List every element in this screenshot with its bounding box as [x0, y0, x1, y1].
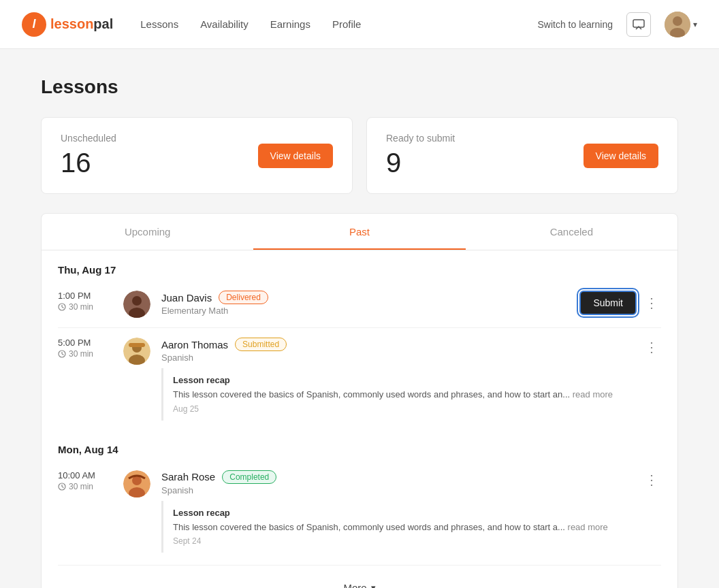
svg-line-12 — [62, 354, 64, 355]
lesson-avatar — [123, 291, 150, 318]
date-header-thu-aug-17: Thu, Aug 17 — [58, 250, 661, 284]
unscheduled-number: 16 — [61, 148, 116, 178]
recap-date: Aug 25 — [173, 404, 622, 414]
separator — [58, 565, 661, 566]
unscheduled-view-details-button[interactable]: View details — [258, 144, 333, 168]
lesson-time: 5:00 PM 30 min — [58, 338, 112, 359]
lesson-actions: ⋮ — [642, 470, 661, 489]
tab-canceled[interactable]: Canceled — [466, 214, 677, 250]
date-header-mon-aug-14: Mon, Aug 14 — [58, 430, 661, 463]
navbar: l lessonpal Lessons Availability Earning… — [0, 0, 719, 49]
lesson-name-row: Sarah Rose Completed — [161, 470, 631, 484]
lesson-time-main: 5:00 PM — [58, 338, 112, 348]
recap-date: Sept 24 — [173, 536, 622, 546]
tab-past[interactable]: Past — [253, 214, 465, 250]
lessons-panel: Upcoming Past Canceled Thu, Aug 17 1:00 … — [41, 213, 678, 588]
lesson-row: 1:00 PM 30 min — [58, 284, 661, 325]
logo-text: lessonpal — [50, 16, 113, 32]
lesson-info: Juan Davis Delivered Elementary Math — [161, 291, 569, 316]
messages-icon[interactable] — [626, 12, 651, 37]
more-chevron-icon: ▾ — [371, 583, 376, 588]
lesson-avatar — [123, 338, 150, 365]
recap-title: Lesson recap — [173, 508, 622, 518]
lesson-time: 1:00 PM 30 min — [58, 291, 112, 312]
lesson-name-row: Juan Davis Delivered — [161, 291, 569, 304]
lesson-info: Sarah Rose Completed Spanish Lesson reca… — [161, 470, 631, 556]
nav-profile[interactable]: Profile — [332, 16, 362, 33]
nav-links: Lessons Availability Earnings Profile — [140, 16, 537, 33]
lesson-subject: Elementary Math — [161, 306, 569, 316]
svg-line-19 — [62, 487, 64, 488]
lesson-time-main: 1:00 PM — [58, 291, 112, 301]
nav-right: Switch to learning ▾ — [537, 12, 697, 37]
lesson-avatar — [123, 470, 150, 497]
lesson-time-duration: 30 min — [58, 349, 112, 359]
ready-to-submit-view-details-button[interactable]: View details — [584, 144, 658, 168]
recap-title: Lesson recap — [173, 375, 622, 385]
ready-to-submit-label: Ready to submit — [386, 133, 455, 144]
recap-box: Lesson recap This lesson covered the bas… — [161, 501, 631, 553]
lesson-subject: Spanish — [161, 485, 631, 495]
read-more-link[interactable]: read more — [568, 522, 608, 532]
logo[interactable]: l lessonpal — [22, 12, 113, 37]
lesson-time-duration: 30 min — [58, 302, 112, 312]
svg-rect-16 — [129, 343, 145, 347]
lesson-row: 10:00 AM 30 min — [58, 463, 661, 563]
unscheduled-label: Unscheduled — [61, 133, 116, 144]
logo-icon: l — [22, 12, 46, 37]
status-badge: Submitted — [235, 338, 287, 351]
more-label: More — [343, 582, 366, 588]
separator — [58, 327, 661, 328]
lesson-time-main: 10:00 AM — [58, 470, 112, 480]
recap-text: This lesson covered the basics of Spanis… — [173, 521, 622, 534]
lesson-list: Thu, Aug 17 1:00 PM 30 min — [42, 250, 677, 588]
status-badge: Completed — [222, 470, 276, 484]
ready-to-submit-card: Ready to submit 9 View details — [366, 117, 678, 194]
more-button[interactable]: More ▾ — [58, 568, 661, 588]
nav-availability[interactable]: Availability — [200, 16, 249, 33]
lesson-time-duration: 30 min — [58, 482, 112, 491]
clock-icon — [58, 303, 66, 311]
submit-button[interactable]: Submit — [579, 291, 637, 315]
svg-line-6 — [62, 307, 64, 308]
avatar — [665, 12, 690, 37]
lesson-subject: Spanish — [161, 353, 631, 363]
nav-earnings[interactable]: Earnings — [270, 16, 310, 33]
main-content: Lessons Unscheduled 16 View details Read… — [0, 49, 719, 588]
recap-text: This lesson covered the basics of Spanis… — [173, 388, 622, 402]
lesson-time: 10:00 AM 30 min — [58, 470, 112, 491]
tabs: Upcoming Past Canceled — [42, 214, 677, 250]
student-name: Sarah Rose — [161, 471, 215, 483]
lesson-row: 5:00 PM 30 min — [58, 331, 661, 430]
more-options-icon[interactable]: ⋮ — [642, 293, 661, 312]
svg-point-2 — [673, 16, 682, 26]
stat-cards: Unscheduled 16 View details Ready to sub… — [41, 117, 678, 194]
page-title: Lessons — [41, 76, 678, 98]
lesson-name-row: Aaron Thomas Submitted — [161, 338, 631, 351]
avatar-area[interactable]: ▾ — [665, 12, 697, 37]
student-name: Aaron Thomas — [161, 339, 228, 350]
clock-icon — [58, 350, 66, 358]
more-options-icon[interactable]: ⋮ — [642, 470, 661, 489]
switch-to-learning-button[interactable]: Switch to learning — [537, 19, 613, 30]
avatar-chevron-icon: ▾ — [693, 20, 697, 29]
lesson-info: Aaron Thomas Submitted Spanish Lesson re… — [161, 338, 631, 423]
recap-box: Lesson recap This lesson covered the bas… — [161, 368, 631, 421]
unscheduled-card: Unscheduled 16 View details — [41, 117, 353, 194]
clock-icon — [58, 483, 66, 491]
nav-lessons[interactable]: Lessons — [140, 16, 178, 33]
status-badge: Delivered — [219, 291, 268, 304]
lesson-actions: Submit ⋮ — [579, 291, 661, 315]
lesson-actions: ⋮ — [642, 338, 661, 357]
read-more-link[interactable]: read more — [573, 389, 613, 399]
tab-upcoming[interactable]: Upcoming — [42, 214, 253, 250]
more-options-icon[interactable]: ⋮ — [642, 338, 661, 357]
student-name: Juan Davis — [161, 292, 212, 304]
svg-point-8 — [132, 296, 142, 306]
ready-to-submit-number: 9 — [386, 148, 455, 178]
